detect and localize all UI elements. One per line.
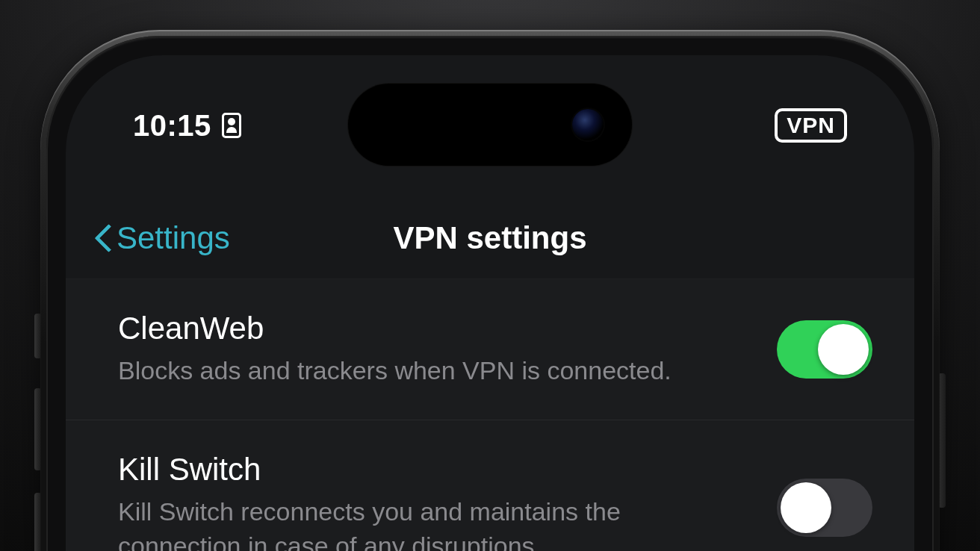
toggle-knob xyxy=(818,324,869,375)
killswitch-title: Kill Switch xyxy=(118,452,747,488)
killswitch-text: Kill Switch Kill Switch reconnects you a… xyxy=(118,452,747,551)
status-time: 10:15 xyxy=(133,109,211,143)
chevron-left-icon xyxy=(96,223,112,253)
cleanweb-toggle[interactable] xyxy=(777,320,872,379)
phone-screen: 10:15 VPN Settings VPN settings CleanWeb… xyxy=(66,55,914,551)
killswitch-subtitle: Kill Switch reconnects you and maintains… xyxy=(118,495,747,551)
nav-bar: Settings VPN settings xyxy=(66,197,914,279)
settings-list: CleanWeb Blocks ads and trackers when VP… xyxy=(66,279,914,551)
vpn-status-badge: VPN xyxy=(775,108,847,143)
killswitch-row: Kill Switch Kill Switch reconnects you a… xyxy=(66,420,914,551)
status-left-group: 10:15 xyxy=(133,109,241,143)
back-label: Settings xyxy=(117,220,230,256)
toggle-knob xyxy=(781,482,831,533)
killswitch-toggle[interactable] xyxy=(777,479,872,537)
cleanweb-text: CleanWeb Blocks ads and trackers when VP… xyxy=(118,311,747,388)
back-button[interactable]: Settings xyxy=(96,220,230,256)
id-badge-icon xyxy=(222,113,241,138)
cleanweb-row: CleanWeb Blocks ads and trackers when VP… xyxy=(66,279,914,420)
cleanweb-title: CleanWeb xyxy=(118,311,747,346)
cleanweb-subtitle: Blocks ads and trackers when VPN is conn… xyxy=(118,354,747,388)
status-bar: 10:15 VPN xyxy=(66,96,914,155)
phone-frame: 10:15 VPN Settings VPN settings CleanWeb… xyxy=(40,30,940,551)
phone-bezel: 10:15 VPN Settings VPN settings CleanWeb… xyxy=(46,36,934,551)
page-title: VPN settings xyxy=(393,220,586,256)
